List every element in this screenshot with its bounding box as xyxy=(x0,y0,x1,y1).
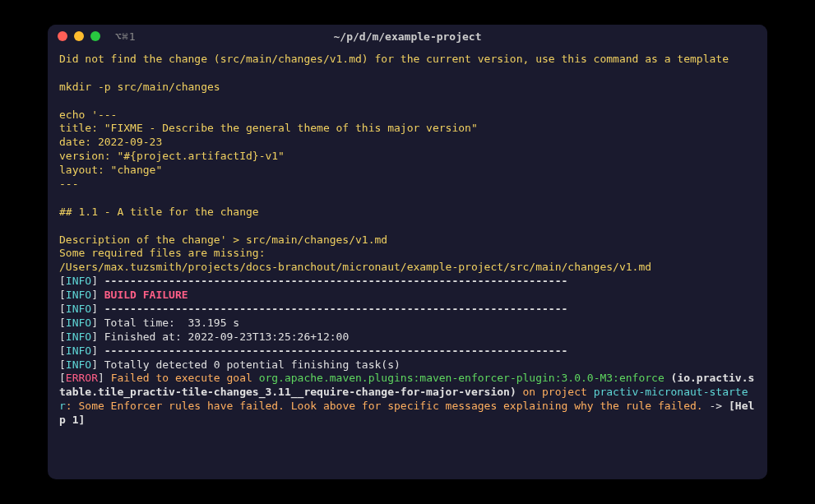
log-line: [INFO] Finished at: 2022-09-23T13:25:26+… xyxy=(59,331,756,344)
blank-line xyxy=(59,67,756,81)
close-icon[interactable] xyxy=(58,31,67,41)
log-line: /Users/max.tuzsmith/projects/docs-branch… xyxy=(59,261,756,275)
titlebar[interactable]: ⌥⌘1 ~/p/d/m/example-project xyxy=(48,25,767,48)
log-line: mkdir -p src/main/changes xyxy=(59,81,756,95)
log-line: date: 2022-09-23 xyxy=(59,136,756,150)
log-line: [INFO] ---------------------------------… xyxy=(59,344,756,358)
log-line: echo '--- xyxy=(59,109,756,123)
log-line: [INFO] ---------------------------------… xyxy=(59,303,756,317)
log-line: Some required files are missing: xyxy=(59,247,756,261)
log-line: [INFO] Totally detected 0 potential fini… xyxy=(59,358,756,372)
tab-label[interactable]: ⌥⌘1 xyxy=(115,30,136,43)
log-line: version: "#{project.artifactId}-v1" xyxy=(59,150,756,164)
terminal-window: ⌥⌘1 ~/p/d/m/example-project Did not find… xyxy=(48,25,767,479)
traffic-lights xyxy=(58,31,100,41)
log-line: [INFO] ---------------------------------… xyxy=(59,275,756,289)
build-failure: BUILD FAILURE xyxy=(104,289,188,301)
log-line: Did not find the change (src/main/change… xyxy=(59,53,756,67)
log-line: [INFO] Total time: 33.195 s xyxy=(59,317,756,331)
log-line: --- xyxy=(59,178,756,192)
blank-line xyxy=(59,220,756,234)
log-line: ## 1.1 - A title for the change xyxy=(59,206,756,220)
maximize-icon[interactable] xyxy=(90,31,100,41)
terminal-output[interactable]: Did not find the change (src/main/change… xyxy=(48,48,767,479)
blank-line xyxy=(59,192,756,206)
log-line: title: "FIXME - Describe the general the… xyxy=(59,122,756,136)
log-line: layout: "change" xyxy=(59,164,756,178)
minimize-icon[interactable] xyxy=(74,31,84,41)
blank-line xyxy=(59,95,756,109)
log-line: Description of the change' > src/main/ch… xyxy=(59,234,756,247)
window-title: ~/p/d/m/example-project xyxy=(333,30,481,43)
log-line: [ERROR] Failed to execute goal org.apach… xyxy=(59,372,756,428)
log-line: [INFO] BUILD FAILURE xyxy=(59,289,756,303)
